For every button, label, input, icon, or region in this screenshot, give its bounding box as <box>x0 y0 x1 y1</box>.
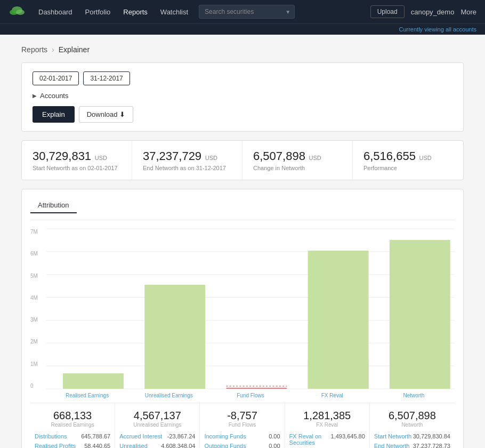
bottom-col-0: 668,133 Realised Earnings Distributions … <box>30 403 115 448</box>
main-content: Reports › Explainer 02-01-2017 31-12-201… <box>0 35 485 448</box>
stat-value: 6,507,898 USD <box>253 149 342 163</box>
bar-label-fundflows[interactable]: Fund Flows <box>209 390 291 398</box>
detail-label[interactable]: Realised Profits <box>35 443 76 448</box>
bottom-main-value: -8,757 <box>204 410 280 422</box>
bar-unrealised <box>144 285 205 389</box>
logo <box>9 3 32 21</box>
search-box: ▼ <box>199 5 295 19</box>
stat-currency: USD <box>95 155 107 161</box>
stat-card-0: 30,729,831 USD Start Networth as on 02-0… <box>22 141 132 180</box>
yaxis-label: 7M <box>30 229 42 235</box>
breadcrumb: Reports › Explainer <box>21 45 464 54</box>
nav-link-portfolio[interactable]: Portfolio <box>85 8 111 16</box>
stat-number: 30,729,831 <box>33 149 91 163</box>
detail-label[interactable]: Outgoing Funds <box>204 443 246 448</box>
detail-row: Outgoing Funds 0.00 <box>204 443 280 448</box>
chart-divider <box>30 220 455 220</box>
bottom-main-label: Realised Earnings <box>35 422 110 428</box>
bottom-main-value: 668,133 <box>35 410 110 422</box>
yaxis-label: 3M <box>30 317 42 323</box>
bar-networth <box>390 240 450 389</box>
detail-row: Realised Profits 58,440.65 <box>35 443 110 448</box>
bottom-col-4: 6,507,898 Networth Start Networth 30,729… <box>370 403 455 448</box>
stat-value: 6,516,655 USD <box>363 149 452 163</box>
bottom-col-3: 1,281,385 FX Reval FX Reval on Securitie… <box>285 403 370 448</box>
bottom-main-label: Unrealised Earnings <box>119 422 195 428</box>
stat-value: 37,237,729 USD <box>143 149 231 163</box>
nav-right: Upload canopy_demo More <box>370 5 476 18</box>
bottom-main-label: Networth <box>374 422 450 428</box>
chart-card: Attribution 01M2M3M4M5M6M7M <box>21 189 464 448</box>
explain-button[interactable]: Explain <box>33 106 75 123</box>
bottom-col-2: -8,757 Fund Flows Incoming Funds 0.00 Ou… <box>200 403 285 448</box>
detail-value: 0.00 <box>269 433 280 439</box>
attribution-tab[interactable]: Attribution <box>30 198 77 213</box>
detail-row: Accrued Interest -23,867.24 <box>119 433 195 439</box>
stat-label: Performance <box>363 165 452 171</box>
date-row: 02-01-2017 31-12-2017 <box>33 71 452 85</box>
stat-value: 30,729,831 USD <box>33 149 121 163</box>
detail-row: Unrealised Profit 4,608,348.04 <box>119 443 195 448</box>
accounts-label: Accounts <box>40 92 68 100</box>
date-start-button[interactable]: 02-01-2017 <box>33 71 79 85</box>
download-button[interactable]: Download ⬇ <box>79 106 133 123</box>
nav-link-watchlist[interactable]: Watchlist <box>160 8 188 16</box>
upload-button[interactable]: Upload <box>370 5 405 18</box>
breadcrumb-separator: › <box>52 45 54 54</box>
date-end-button[interactable]: 31-12-2017 <box>83 71 130 85</box>
detail-label[interactable]: Incoming Funds <box>204 433 246 439</box>
detail-row: FX Reval on Securities 1,493,645.80 <box>289 433 365 446</box>
yaxis-label: 2M <box>30 339 42 345</box>
breadcrumb-reports[interactable]: Reports <box>21 45 47 54</box>
nav-link-dashboard[interactable]: Dashboard <box>38 8 72 16</box>
yaxis-label: 4M <box>30 295 42 301</box>
yaxis-label: 5M <box>30 273 42 279</box>
stat-number: 37,237,729 <box>143 149 201 163</box>
detail-label[interactable]: FX Reval on Securities <box>289 433 331 446</box>
stat-label: End Networth as on 31-12-2017 <box>143 165 231 171</box>
accounts-toggle[interactable]: ▶ Accounts <box>33 92 452 100</box>
detail-value: 37,237,728.73 <box>413 443 450 448</box>
nav-link-reports[interactable]: Reports <box>123 8 148 16</box>
stat-currency: USD <box>205 155 217 161</box>
detail-value: 4,608,348.04 <box>161 443 195 448</box>
detail-label[interactable]: Distributions <box>35 433 67 439</box>
bar-label-fxreval[interactable]: FX Reval <box>292 390 373 398</box>
bars-area: Realised Earnings Unrealised Earnings Fu… <box>46 229 455 398</box>
detail-label[interactable]: Start Networth <box>374 433 411 439</box>
more-menu[interactable]: More <box>460 8 476 16</box>
accounts-arrow-icon: ▶ <box>33 93 37 99</box>
filter-card: 02-01-2017 31-12-2017 ▶ Accounts Explain… <box>21 62 464 132</box>
bar-label-realised[interactable]: Realised Earnings <box>46 390 128 398</box>
detail-label[interactable]: Unrealised Profit <box>119 443 161 448</box>
bottom-main-label: FX Reval <box>289 422 365 428</box>
action-row: Explain Download ⬇ <box>33 106 452 123</box>
yaxis-label: 6M <box>30 251 42 257</box>
detail-value: 0.00 <box>269 443 280 448</box>
stat-label: Change in Networth <box>253 165 342 171</box>
detail-row: Distributions 645,788.67 <box>35 433 110 439</box>
user-label: canopy_demo <box>411 8 455 16</box>
stat-card-1: 37,237,729 USD End Networth as on 31-12-… <box>132 141 242 180</box>
detail-value: 30,729,830.84 <box>413 433 450 439</box>
y-axis: 01M2M3M4M5M6M7M <box>30 229 46 389</box>
detail-row: Incoming Funds 0.00 <box>204 433 280 439</box>
bottom-col-1: 4,567,137 Unrealised Earnings Accrued In… <box>115 403 200 448</box>
search-input[interactable] <box>199 5 295 19</box>
stat-number: 6,507,898 <box>253 149 305 163</box>
bar-label-networth[interactable]: Networth <box>373 390 455 398</box>
chart-area: 01M2M3M4M5M6M7M <box>30 229 455 398</box>
bar-fxreval2 <box>308 251 369 389</box>
bottom-main-value: 4,567,137 <box>119 410 195 422</box>
viewing-subbar: Currently viewing all accounts <box>0 23 485 35</box>
bar-label-unrealised[interactable]: Unrealised Earnings <box>128 390 209 398</box>
search-dropdown-icon: ▼ <box>285 9 290 15</box>
detail-label[interactable]: End Networth <box>374 443 410 448</box>
stat-card-2: 6,507,898 USD Change in Networth <box>242 141 353 180</box>
detail-row: End Networth 37,237,728.73 <box>374 443 450 448</box>
detail-value: 645,788.67 <box>81 433 110 439</box>
bottom-main-value: 6,507,898 <box>374 410 450 422</box>
yaxis-label: 1M <box>30 361 42 367</box>
detail-label[interactable]: Accrued Interest <box>119 433 162 439</box>
breadcrumb-current: Explainer <box>59 45 90 54</box>
